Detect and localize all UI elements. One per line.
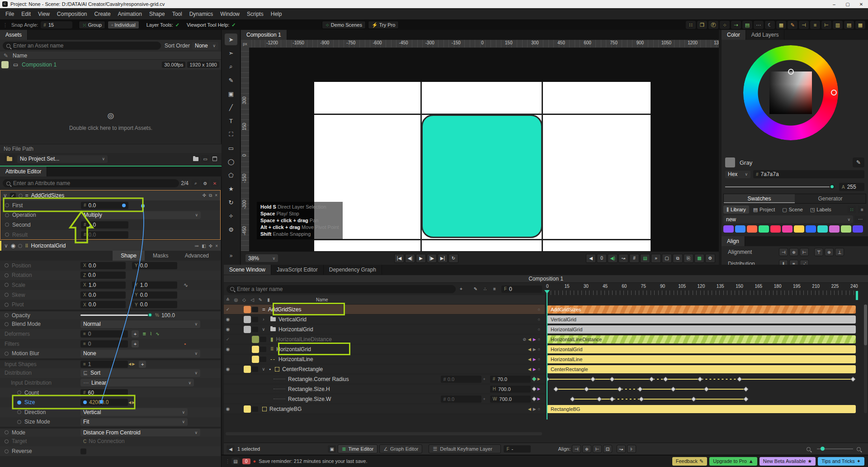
frame-icon[interactable]: ▭: [201, 155, 209, 162]
status-button-feedback[interactable]: Feedback ✎: [672, 457, 708, 466]
layer-color-swatch[interactable]: [244, 306, 251, 313]
expand-arrow-icon[interactable]: ▶: [538, 387, 540, 391]
search-expand-icon[interactable]: ⌕: [192, 180, 200, 187]
prev-icon[interactable]: ◀: [128, 362, 131, 366]
menu-help[interactable]: Help: [267, 11, 286, 17]
menu-file[interactable]: File: [2, 11, 18, 17]
keyframe-radio[interactable]: [17, 400, 21, 405]
solo-chip[interactable]: [260, 337, 266, 342]
target-circle-icon[interactable]: ○: [538, 307, 540, 312]
add-button[interactable]: +: [132, 330, 139, 338]
menu-scripts[interactable]: Scripts: [243, 11, 267, 17]
layer-row-verticalgrid[interactable]: ◉›VerticalGrid○: [224, 315, 545, 324]
count-field[interactable]: ≡1: [80, 361, 128, 368]
expand-toggle[interactable]: ›: [259, 317, 268, 322]
rotate-tool[interactable]: ↻: [225, 196, 237, 208]
reverse-checkbox[interactable]: [80, 448, 86, 454]
list-icon[interactable]: ≔: [194, 243, 199, 248]
keyframe-diamond[interactable]: [584, 387, 589, 391]
dropdown-distribution[interactable]: ⊑Sort∨: [80, 369, 200, 377]
slider-handle[interactable]: [148, 313, 152, 317]
keyframe-track[interactable]: [547, 374, 859, 384]
keyframe-diamond[interactable]: [691, 397, 696, 401]
filter-settings-icon[interactable]: ⚙: [201, 180, 209, 187]
sliders-icon[interactable]: ≡: [491, 286, 499, 293]
collapse-icon[interactable]: ∨: [3, 192, 7, 199]
current-frame-field[interactable]: F0: [501, 286, 542, 293]
footer-align-icon-2[interactable]: ⊢: [593, 445, 602, 453]
menu-create[interactable]: Create: [91, 11, 114, 17]
enabled-checkbox[interactable]: ✓: [10, 193, 16, 199]
value-field[interactable]: 42000.0: [80, 399, 128, 406]
close-icon[interactable]: ×: [215, 243, 218, 248]
in-marker-icon[interactable]: ◀: [528, 337, 531, 342]
layer-row-rectanglebg[interactable]: ◉RectangleBG◀▶○: [224, 404, 545, 414]
keyframe-diamond[interactable]: [639, 397, 644, 401]
asset-search-input[interactable]: Enter an Asset name: [3, 42, 161, 50]
bounds-icon[interactable]: ▢: [662, 254, 672, 263]
layer-color-swatch[interactable]: [244, 316, 251, 323]
layer-row-addgridsizes[interactable]: ✓=AddGridSizes○: [224, 305, 545, 315]
keyframe-diamond[interactable]: [744, 387, 748, 391]
keyframe-track[interactable]: [547, 384, 859, 394]
snap-angle-input[interactable]: #15: [41, 21, 72, 29]
tab-generator[interactable]: Generator: [795, 194, 866, 203]
count-field[interactable]: ≡0: [80, 330, 128, 338]
keyframe-diamond[interactable]: [597, 397, 602, 401]
grid-view-icon[interactable]: ∷: [848, 206, 856, 213]
align-left-icon[interactable]: ⊣: [799, 21, 809, 29]
shelf-icon[interactable]: ≣: [142, 331, 146, 336]
value-field[interactable]: X0.0: [80, 262, 126, 269]
keyframe-radio[interactable]: [17, 410, 21, 414]
value-field[interactable]: X1.0: [80, 281, 126, 289]
shelf-icon[interactable]: ⌇: [150, 331, 152, 336]
menu-composition[interactable]: Composition: [53, 11, 91, 17]
color-swatch[interactable]: [723, 225, 734, 233]
visibility-toggle[interactable]: ◉: [224, 367, 232, 372]
align-right-icon[interactable]: ⊢: [821, 21, 831, 29]
out-marker-icon[interactable]: ▶: [533, 347, 536, 352]
grid-icon[interactable]: ▦: [855, 21, 865, 29]
play-button[interactable]: ▶: [416, 254, 426, 263]
layer-bar-centerrectangle[interactable]: CenterRectangle: [547, 365, 856, 373]
menu-tool[interactable]: Tool: [169, 11, 186, 17]
to-value-field[interactable]: W700.0: [490, 396, 531, 403]
magnifier-tool[interactable]: ⌕: [225, 61, 237, 72]
layer-bar-addgridsizes[interactable]: AddGridSizes: [547, 305, 856, 314]
expand-toggle[interactable]: ∨: [259, 327, 268, 332]
increment-icon[interactable]: ▶: [132, 400, 135, 405]
target-circle-icon[interactable]: ○: [538, 327, 540, 332]
settings-tool[interactable]: ⚙: [225, 224, 237, 235]
range-end-marker[interactable]: [856, 291, 858, 300]
align-center-icon[interactable]: ≡: [810, 21, 820, 29]
rows-icon[interactable]: ▤: [844, 21, 854, 29]
line-tool[interactable]: ╱: [225, 101, 237, 113]
tab-color[interactable]: Color: [722, 30, 746, 40]
color-swatch[interactable]: [735, 225, 745, 233]
playhead-line[interactable]: [547, 293, 547, 419]
color-swatch[interactable]: [817, 225, 828, 233]
viewport[interactable]: Composition 1 px -1200-1050-900-750-600-…: [241, 30, 719, 265]
dropdown-operation[interactable]: Multiply∨: [81, 211, 201, 219]
target-circle-icon[interactable]: ○: [538, 367, 540, 372]
keyframe-diamond-icon[interactable]: [532, 377, 536, 381]
keyframe-diamond[interactable]: [570, 397, 575, 401]
tab-advanced[interactable]: Advanced: [177, 251, 217, 261]
in-marker-icon[interactable]: ◀: [528, 407, 531, 411]
solo-chip[interactable]: [252, 367, 258, 372]
gear-icon[interactable]: ⚙: [705, 254, 715, 263]
audio-icon[interactable]: ◀): [608, 254, 618, 263]
deselect-icon[interactable]: ◀: [226, 445, 235, 453]
keyframe-radio[interactable]: [5, 449, 9, 453]
frame-count[interactable]: 0: [597, 254, 607, 263]
camera-tool[interactable]: ▣: [225, 88, 237, 100]
footer-frame-field[interactable]: F-: [504, 445, 531, 453]
target-circle-icon[interactable]: ○: [538, 337, 540, 342]
panel-mode-icon[interactable]: ▣: [328, 445, 336, 453]
layer-row-rectangle-size-w[interactable]: Rectangle.Size.W# 0.0+W700.0▶: [224, 394, 545, 404]
value-field[interactable]: #0.0: [81, 202, 128, 209]
color-swatch[interactable]: [759, 225, 769, 233]
lib-tab-project[interactable]: ▤Project: [750, 205, 778, 214]
solo-chip[interactable]: [252, 317, 258, 322]
individual-button[interactable]: ▫ Individual: [108, 21, 139, 29]
